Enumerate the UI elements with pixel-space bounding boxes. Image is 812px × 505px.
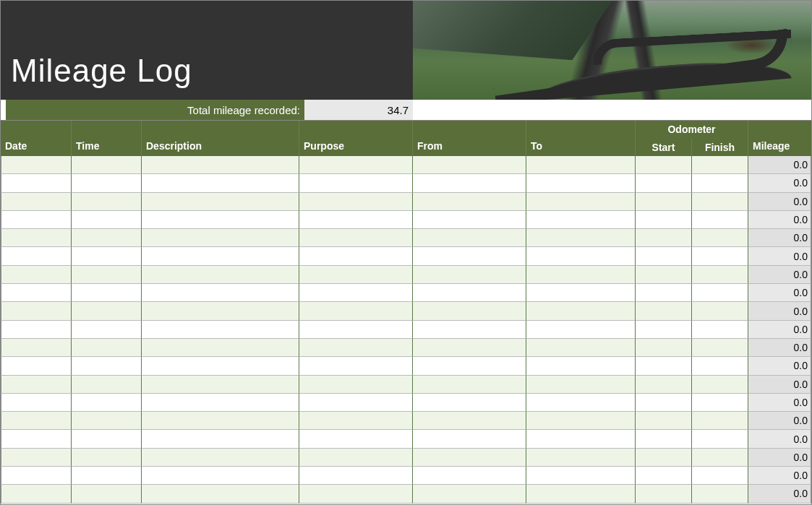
cell-purpose[interactable] [299, 339, 413, 357]
cell-finish[interactable] [692, 174, 748, 192]
cell-purpose[interactable] [299, 412, 413, 430]
cell-time[interactable] [72, 302, 142, 320]
cell-purpose[interactable] [299, 467, 413, 485]
cell-from[interactable] [413, 485, 526, 503]
cell-from[interactable] [413, 266, 526, 284]
cell-finish[interactable] [692, 247, 748, 265]
cell-finish[interactable] [692, 302, 748, 320]
cell-finish[interactable] [692, 193, 748, 211]
cell-date[interactable] [1, 485, 72, 503]
cell-purpose[interactable] [299, 394, 413, 412]
cell-from[interactable] [413, 321, 526, 339]
cell-description[interactable] [142, 284, 299, 302]
cell-time[interactable] [72, 485, 142, 503]
cell-finish[interactable] [692, 394, 748, 412]
cell-date[interactable] [1, 321, 72, 339]
cell-time[interactable] [72, 156, 142, 174]
cell-description[interactable] [142, 266, 299, 284]
cell-finish[interactable] [692, 449, 748, 467]
cell-purpose[interactable] [299, 284, 413, 302]
cell-from[interactable] [413, 302, 526, 320]
cell-start[interactable] [636, 156, 692, 174]
cell-finish[interactable] [692, 485, 748, 503]
cell-description[interactable] [142, 321, 299, 339]
cell-date[interactable] [1, 229, 72, 247]
cell-start[interactable] [636, 266, 692, 284]
cell-to[interactable] [526, 211, 636, 229]
cell-to[interactable] [526, 321, 636, 339]
cell-date[interactable] [1, 376, 72, 394]
cell-to[interactable] [526, 156, 636, 174]
cell-time[interactable] [72, 321, 142, 339]
cell-finish[interactable] [692, 430, 748, 448]
cell-time[interactable] [72, 394, 142, 412]
cell-start[interactable] [636, 376, 692, 394]
cell-to[interactable] [526, 302, 636, 320]
cell-purpose[interactable] [299, 174, 413, 192]
cell-date[interactable] [1, 339, 72, 357]
cell-purpose[interactable] [299, 449, 413, 467]
cell-date[interactable] [1, 467, 72, 485]
cell-start[interactable] [636, 229, 692, 247]
cell-finish[interactable] [692, 412, 748, 430]
cell-start[interactable] [636, 193, 692, 211]
cell-purpose[interactable] [299, 156, 413, 174]
cell-to[interactable] [526, 394, 636, 412]
cell-to[interactable] [526, 357, 636, 375]
cell-date[interactable] [1, 284, 72, 302]
cell-start[interactable] [636, 467, 692, 485]
cell-from[interactable] [413, 357, 526, 375]
cell-finish[interactable] [692, 156, 748, 174]
cell-finish[interactable] [692, 357, 748, 375]
cell-date[interactable] [1, 302, 72, 320]
cell-description[interactable] [142, 193, 299, 211]
cell-from[interactable] [413, 339, 526, 357]
cell-description[interactable] [142, 156, 299, 174]
cell-to[interactable] [526, 284, 636, 302]
cell-to[interactable] [526, 174, 636, 192]
cell-purpose[interactable] [299, 229, 413, 247]
cell-finish[interactable] [692, 266, 748, 284]
cell-description[interactable] [142, 412, 299, 430]
cell-from[interactable] [413, 394, 526, 412]
cell-from[interactable] [413, 247, 526, 265]
cell-to[interactable] [526, 467, 636, 485]
cell-purpose[interactable] [299, 266, 413, 284]
cell-date[interactable] [1, 193, 72, 211]
cell-to[interactable] [526, 376, 636, 394]
cell-from[interactable] [413, 430, 526, 448]
cell-description[interactable] [142, 339, 299, 357]
cell-date[interactable] [1, 412, 72, 430]
cell-to[interactable] [526, 412, 636, 430]
cell-date[interactable] [1, 211, 72, 229]
cell-description[interactable] [142, 485, 299, 503]
cell-description[interactable] [142, 449, 299, 467]
cell-start[interactable] [636, 339, 692, 357]
cell-to[interactable] [526, 266, 636, 284]
cell-to[interactable] [526, 247, 636, 265]
cell-from[interactable] [413, 193, 526, 211]
cell-from[interactable] [413, 284, 526, 302]
cell-date[interactable] [1, 266, 72, 284]
cell-from[interactable] [413, 174, 526, 192]
cell-start[interactable] [636, 449, 692, 467]
cell-time[interactable] [72, 266, 142, 284]
cell-time[interactable] [72, 211, 142, 229]
cell-description[interactable] [142, 376, 299, 394]
cell-purpose[interactable] [299, 376, 413, 394]
cell-start[interactable] [636, 485, 692, 503]
cell-date[interactable] [1, 156, 72, 174]
cell-finish[interactable] [692, 376, 748, 394]
cell-time[interactable] [72, 284, 142, 302]
cell-finish[interactable] [692, 467, 748, 485]
cell-description[interactable] [142, 229, 299, 247]
cell-description[interactable] [142, 247, 299, 265]
cell-finish[interactable] [692, 229, 748, 247]
cell-start[interactable] [636, 357, 692, 375]
cell-from[interactable] [413, 229, 526, 247]
cell-date[interactable] [1, 449, 72, 467]
cell-date[interactable] [1, 394, 72, 412]
cell-purpose[interactable] [299, 321, 413, 339]
cell-time[interactable] [72, 376, 142, 394]
cell-purpose[interactable] [299, 485, 413, 503]
